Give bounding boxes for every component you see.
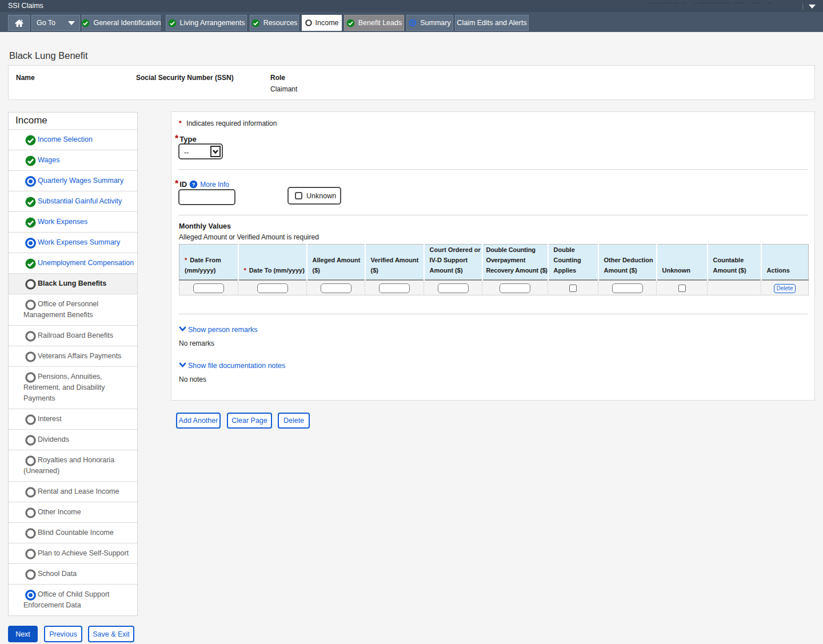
- svg-text:?: ?: [192, 182, 195, 187]
